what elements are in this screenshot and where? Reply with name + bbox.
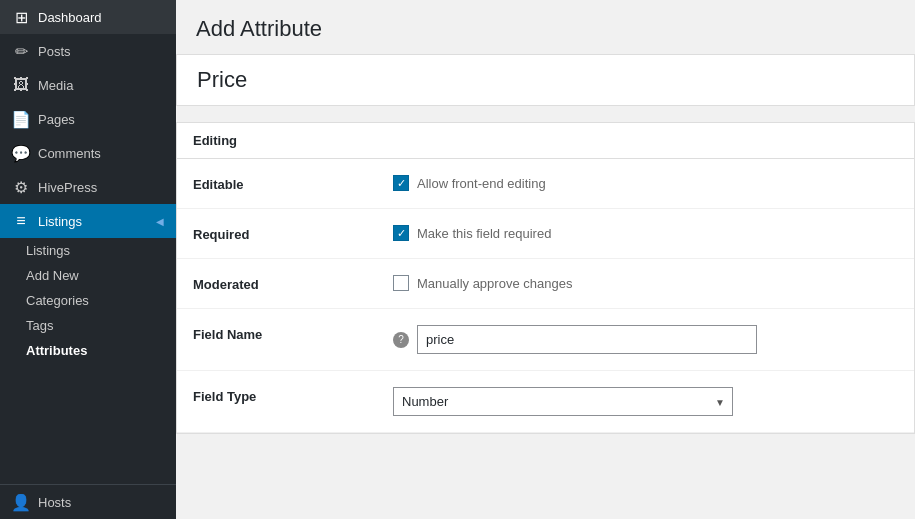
page-title: Add Attribute [196,16,895,42]
editable-field-row: Editable Allow front-end editing [177,159,914,209]
field-name-label: Field Name [193,325,393,342]
field-name-control: ? [393,325,898,354]
main-content: Add Attribute Price Editing Editable All… [176,0,915,519]
moderated-control: Manually approve changes [393,275,898,291]
sidebar-item-dashboard[interactable]: ⊞ Dashboard [0,0,176,34]
pages-icon: 📄 [12,110,30,128]
sidebar-item-label: Media [38,78,73,93]
listings-arrow-icon: ◀ [156,216,164,227]
sub-item-label: Categories [26,293,89,308]
attribute-name-value: Price [197,67,247,92]
attribute-name-bar: Price [176,54,915,106]
editable-control: Allow front-end editing [393,175,898,191]
field-type-control: Number Text Textarea Select Checkbox Dat… [393,387,898,416]
sidebar-item-listings-sub[interactable]: Listings [0,238,176,263]
sidebar-item-label: Comments [38,146,101,161]
field-type-label: Field Type [193,387,393,404]
sidebar: ⊞ Dashboard ✏ Posts 🖼 Media 📄 Pages 💬 Co… [0,0,176,519]
moderated-field-row: Moderated Manually approve changes [177,259,914,309]
moderated-checkbox[interactable] [393,275,409,291]
required-label: Required [193,225,393,242]
required-help-text: Make this field required [417,226,551,241]
posts-icon: ✏ [12,42,30,60]
listings-icon: ≡ [12,212,30,230]
comments-icon: 💬 [12,144,30,162]
moderated-help-text: Manually approve changes [417,276,572,291]
editable-help-text: Allow front-end editing [417,176,546,191]
sub-item-label: Attributes [26,343,87,358]
editable-checkbox[interactable] [393,175,409,191]
sidebar-item-comments[interactable]: 💬 Comments [0,136,176,170]
sidebar-item-label: Pages [38,112,75,127]
sidebar-item-media[interactable]: 🖼 Media [0,68,176,102]
sidebar-item-label: Posts [38,44,71,59]
field-type-select[interactable]: Number Text Textarea Select Checkbox Dat… [393,387,733,416]
required-control: Make this field required [393,225,898,241]
sub-item-label: Tags [26,318,53,333]
sub-item-label: Listings [26,243,70,258]
sidebar-item-pages[interactable]: 📄 Pages [0,102,176,136]
moderated-label: Moderated [193,275,393,292]
editing-section-header: Editing [177,123,914,159]
sidebar-item-hivepress[interactable]: ⚙ HivePress [0,170,176,204]
hivepress-icon: ⚙ [12,178,30,196]
required-checkbox[interactable] [393,225,409,241]
page-header: Add Attribute [176,0,915,54]
sidebar-item-label: Dashboard [38,10,102,25]
sidebar-item-hosts[interactable]: 👤 Hosts [0,485,176,519]
sidebar-item-posts[interactable]: ✏ Posts [0,34,176,68]
sidebar-item-listings[interactable]: ≡ Listings ◀ [0,204,176,238]
required-field-row: Required Make this field required [177,209,914,259]
editable-label: Editable [193,175,393,192]
dashboard-icon: ⊞ [12,8,30,26]
field-type-row: Field Type Number Text Textarea Select C… [177,371,914,433]
sidebar-item-attributes[interactable]: Attributes [0,338,176,363]
editing-section: Editing Editable Allow front-end editing… [176,122,915,434]
hosts-icon: 👤 [12,493,30,511]
sidebar-item-tags[interactable]: Tags [0,313,176,338]
sub-item-label: Add New [26,268,79,283]
field-name-input[interactable] [417,325,757,354]
field-name-help-icon[interactable]: ? [393,332,409,348]
field-type-select-wrapper: Number Text Textarea Select Checkbox Dat… [393,387,733,416]
sidebar-item-label: HivePress [38,180,97,195]
sidebar-item-label: Hosts [38,495,71,510]
sidebar-item-categories[interactable]: Categories [0,288,176,313]
field-name-row: Field Name ? [177,309,914,371]
sidebar-item-label: Listings [38,214,82,229]
sidebar-item-add-new[interactable]: Add New [0,263,176,288]
media-icon: 🖼 [12,76,30,94]
